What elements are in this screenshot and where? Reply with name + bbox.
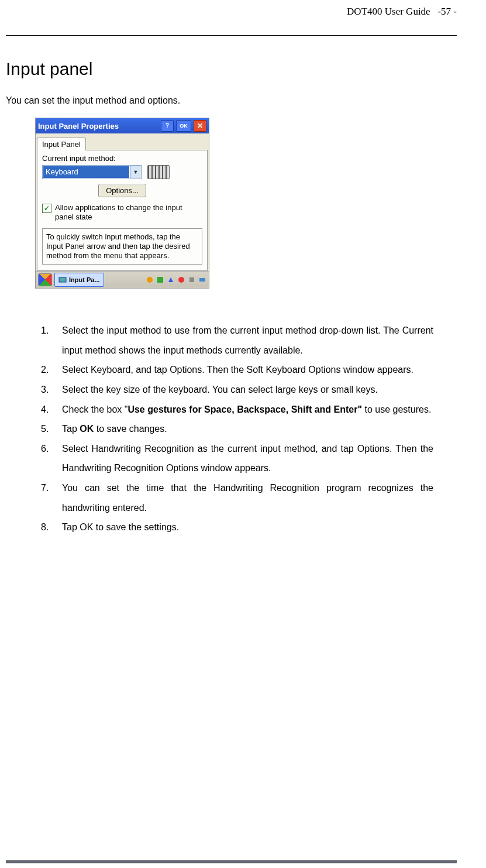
step-2: Select Keyboard, and tap Options. Then t… [41, 360, 433, 380]
tip-text: To quickly switch input methods, tap the… [42, 228, 202, 265]
keyboard-icon [147, 165, 170, 179]
steps-list: Select the input method to use from the … [41, 321, 433, 537]
step-8: Tap OK to save the settings. [41, 517, 433, 537]
step-6: Select Handwriting Recognition as the cu… [41, 439, 433, 478]
step-3: Select the key size of the keyboard. You… [41, 380, 433, 400]
step-5: Tap OK to save changes. [41, 419, 433, 439]
svg-rect-5 [189, 277, 194, 282]
screenshot-input-panel-properties: Input Panel Properties ? OK ✕ Input Pane… [35, 118, 209, 289]
tray-icon [188, 276, 196, 284]
tray-icon [156, 276, 164, 284]
page-header: DOT400 User Guide -57 - [6, 6, 457, 18]
tray-icon [177, 276, 185, 284]
intro-text: You can set the input method and options… [6, 95, 457, 106]
svg-rect-6 [199, 278, 205, 282]
tray-icon [167, 276, 175, 284]
ok-button[interactable]: OK [176, 120, 191, 132]
chevron-down-icon: ▼ [130, 166, 141, 178]
current-input-method-label: Current input method: [42, 154, 202, 163]
input-method-dropdown[interactable]: Keyboard ▼ [42, 165, 142, 179]
footer-bar [6, 860, 457, 863]
tray-icon [146, 276, 154, 284]
dropdown-value: Keyboard [43, 166, 129, 178]
step-4: Check the box "Use gestures for Space, B… [41, 400, 433, 420]
allow-apps-checkbox[interactable]: ✓ [42, 204, 51, 213]
start-icon[interactable] [38, 273, 52, 286]
keyboard-small-icon [58, 276, 67, 284]
help-button[interactable]: ? [161, 120, 174, 132]
checkbox-label: Allow applications to change the input p… [55, 203, 202, 222]
svg-rect-0 [59, 277, 66, 282]
window-title: Input Panel Properties [38, 122, 158, 131]
svg-point-1 [147, 277, 153, 283]
window-titlebar: Input Panel Properties ? OK ✕ [36, 118, 209, 133]
tray-icon [198, 276, 206, 284]
system-tray [146, 276, 206, 284]
tab-input-panel[interactable]: Input Panel [37, 138, 86, 150]
taskbar: Input Pa... [36, 271, 209, 288]
taskbar-button-label: Input Pa... [69, 276, 100, 283]
options-button[interactable]: Options... [98, 184, 146, 197]
svg-marker-3 [168, 277, 173, 282]
section-title: Input panel [6, 59, 457, 79]
step-7: You can set the time that the Handwritin… [41, 478, 433, 517]
page-number: -57 - [437, 6, 457, 17]
step-1: Select the input method to use from the … [41, 321, 433, 360]
taskbar-button[interactable]: Input Pa... [54, 273, 104, 287]
close-button[interactable]: ✕ [194, 120, 206, 132]
book-title: DOT400 User Guide [347, 6, 430, 17]
svg-rect-2 [157, 277, 163, 283]
svg-point-4 [178, 277, 184, 283]
